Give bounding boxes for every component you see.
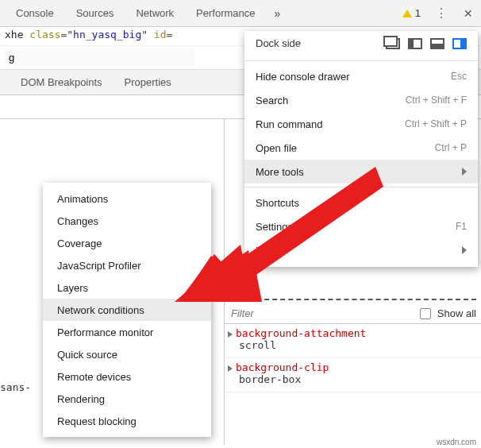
subtab-properties[interactable]: Properties (114, 76, 183, 88)
devtools-tabs: Console Sources Network Performance » 1 … (0, 0, 481, 27)
warning-count: 1 (415, 7, 421, 19)
show-all-checkbox[interactable] (420, 308, 431, 319)
element-filter-input[interactable] (5, 48, 195, 67)
devtools-main-menu: Dock side Hide console drawerEsc SearchC… (244, 31, 478, 267)
inherited-separator (225, 299, 476, 300)
expand-caret-icon[interactable] (228, 365, 233, 372)
menu-help[interactable]: Help (244, 238, 478, 262)
computed-styles-panel: Show all background-attachment scroll ba… (225, 303, 481, 445)
dock-undock-icon[interactable] (386, 38, 400, 49)
warning-triangle-icon (402, 10, 412, 17)
submenu-coverage[interactable]: Coverage (43, 232, 211, 254)
tab-performance[interactable]: Performance (185, 0, 266, 26)
dock-left-icon[interactable] (408, 38, 422, 49)
tab-console[interactable]: Console (5, 0, 65, 26)
subtab-dom-breakpoints[interactable]: DOM Breakpoints (10, 76, 114, 88)
dock-side-label: Dock side (256, 37, 301, 49)
watermark: wsxdn.com (437, 438, 476, 446)
show-all-label: Show all (437, 307, 476, 319)
kebab-menu-icon[interactable]: ⋮ (427, 6, 456, 21)
submenu-caret-icon (462, 246, 467, 254)
dock-side-row: Dock side (244, 31, 478, 57)
menu-settings[interactable]: SettingsF1 (244, 214, 478, 238)
submenu-quick-source[interactable]: Quick source (43, 343, 211, 365)
submenu-request-blocking[interactable]: Request blocking (43, 410, 211, 432)
tab-network[interactable]: Network (125, 0, 185, 26)
menu-more-tools[interactable]: More tools (244, 160, 478, 183)
warning-indicator[interactable]: 1 (396, 7, 427, 19)
more-tools-submenu: Animations Changes Coverage JavaScript P… (43, 183, 211, 437)
submenu-performance-monitor[interactable]: Performance monitor (43, 321, 211, 343)
menu-hide-console[interactable]: Hide console drawerEsc (244, 64, 478, 88)
dock-right-icon[interactable] (452, 38, 467, 49)
styles-filter-input[interactable] (229, 307, 414, 320)
css-property-row[interactable]: background-clip border-box (225, 358, 481, 392)
dock-bottom-icon[interactable] (430, 38, 444, 49)
submenu-js-profiler[interactable]: JavaScript Profiler (43, 254, 211, 276)
menu-shortcuts[interactable]: Shortcuts (244, 191, 478, 214)
tab-sources[interactable]: Sources (65, 0, 125, 26)
submenu-animations[interactable]: Animations (43, 187, 211, 210)
close-icon[interactable]: ✕ (456, 7, 481, 20)
submenu-layers[interactable]: Layers (43, 276, 211, 299)
submenu-rendering[interactable]: Rendering (43, 388, 211, 410)
menu-run-command[interactable]: Run commandCtrl + Shift + P (244, 112, 478, 136)
menu-search[interactable]: SearchCtrl + Shift + F (244, 88, 478, 112)
menu-open-file[interactable]: Open fileCtrl + P (244, 136, 478, 160)
expand-caret-icon[interactable] (228, 331, 233, 338)
submenu-network-conditions[interactable]: Network conditions (43, 299, 211, 321)
submenu-changes[interactable]: Changes (43, 210, 211, 232)
css-property-row[interactable]: background-attachment scroll (225, 324, 481, 358)
submenu-remote-devices[interactable]: Remote devices (43, 365, 211, 388)
styles-filter-row: Show all (225, 303, 481, 324)
tabs-overflow-icon[interactable]: » (267, 7, 289, 20)
submenu-caret-icon (462, 168, 467, 176)
font-family-fragment: sans- (0, 381, 31, 393)
